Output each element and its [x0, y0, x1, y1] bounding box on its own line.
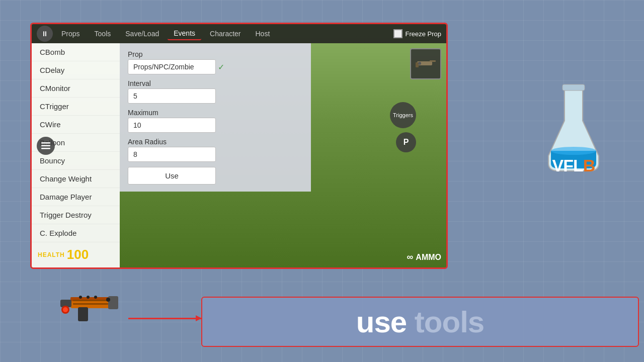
svg-point-18	[106, 298, 110, 302]
svg-point-19	[79, 296, 82, 299]
svg-rect-13	[108, 296, 118, 309]
subtitle-tools: tools	[415, 305, 484, 339]
sidebar-item-ctrigger[interactable]: CTrigger	[32, 98, 120, 116]
hud-menu-button[interactable]	[37, 137, 55, 155]
interval-input[interactable]	[128, 88, 216, 104]
interval-label: Interval	[128, 79, 303, 87]
weapon-icon	[50, 282, 131, 332]
maximum-section: Maximum	[128, 109, 303, 133]
game-viewport: ⏸ Props Tools Save/Load Events Character…	[30, 23, 448, 269]
prop-section: Prop ✓	[128, 50, 303, 74]
tab-props[interactable]: Props	[55, 28, 86, 40]
sidebar-item-cwire[interactable]: CWire	[32, 116, 120, 134]
infinity-icon: ∞	[407, 252, 414, 262]
interval-section: Interval	[128, 79, 303, 104]
subtitle-text: use tools	[356, 305, 484, 339]
svg-rect-17	[78, 307, 88, 321]
area-radius-section: Area Radius	[128, 138, 303, 162]
sidebar-item-cdelay[interactable]: CDelay	[32, 61, 120, 79]
use-button[interactable]: Use	[128, 167, 216, 185]
sidebar-item-trigger-destroy[interactable]: Trigger Destroy	[32, 206, 120, 224]
sidebar-item-cbomb[interactable]: CBomb	[32, 43, 120, 61]
health-value: 100	[67, 247, 89, 262]
svg-point-16	[63, 307, 68, 312]
svg-point-8	[551, 147, 596, 155]
subtitle-use: use	[356, 305, 407, 339]
left-panel: CBomb CDelay CMonitor CTrigger CWire Bal…	[32, 43, 120, 267]
ammo-label: AMMO	[416, 253, 441, 262]
tab-events[interactable]: Events	[168, 27, 201, 40]
svg-rect-4	[41, 142, 50, 144]
ammo-display: ∞ AMMO	[407, 252, 442, 262]
maximum-input[interactable]	[128, 118, 216, 133]
svg-rect-1	[430, 60, 436, 62]
svg-rect-7	[562, 84, 585, 90]
svg-rect-12	[73, 303, 108, 305]
subtitle-bar: use tools	[201, 297, 639, 347]
tab-tools[interactable]: Tools	[89, 28, 117, 40]
sidebar-item-change-weight[interactable]: Change Weight	[32, 170, 120, 188]
svg-rect-11	[73, 300, 108, 301]
hud-triggers-button[interactable]: Triggers	[390, 102, 416, 128]
tab-saveload[interactable]: Save/Load	[119, 28, 165, 40]
pause-button[interactable]: ⏸	[37, 26, 53, 42]
svg-rect-6	[41, 148, 50, 149]
menu-bar: ⏸ Props Tools Save/Load Events Character…	[32, 24, 446, 43]
maximum-label: Maximum	[128, 109, 303, 117]
sidebar-item-cmonitor[interactable]: CMonitor	[32, 79, 120, 98]
sidebar-item-damage-player[interactable]: Damage Player	[32, 188, 120, 206]
area-radius-label: Area Radius	[128, 138, 303, 146]
prop-config-panel: Prop ✓ Interval Maximum Area Radius Use	[120, 43, 311, 192]
health-display: HEALTH 100	[38, 247, 89, 262]
area-radius-input[interactable]	[128, 147, 216, 162]
sidebar-item-c-explode[interactable]: C. Explode	[32, 224, 120, 242]
prop-selector: ✓	[128, 59, 303, 74]
tab-host[interactable]: Host	[250, 28, 276, 40]
logo-v: V	[552, 156, 564, 175]
prop-label: Prop	[128, 50, 303, 58]
checkmark-icon: ✓	[218, 62, 224, 72]
logo-b: B	[583, 156, 595, 175]
freeze-prop-checkbox[interactable]	[393, 29, 403, 38]
hud-p-button[interactable]: P	[396, 132, 416, 152]
svg-rect-5	[41, 145, 50, 147]
svg-point-20	[87, 296, 90, 299]
weapon-icon-area	[50, 282, 131, 334]
logo-l: L	[573, 156, 583, 175]
svg-point-21	[94, 296, 97, 299]
arrow-line	[128, 318, 201, 319]
weapon-thumbnail	[410, 48, 441, 79]
prop-input[interactable]	[128, 59, 216, 74]
logo-area: V F L B	[543, 80, 604, 178]
freeze-prop-label: Freeze Prop	[405, 30, 441, 38]
tab-character[interactable]: Character	[204, 28, 247, 40]
health-label: HEALTH	[38, 251, 65, 258]
freeze-prop-area: Freeze Prop	[393, 29, 441, 38]
logo-f: F	[563, 156, 573, 175]
svg-point-3	[418, 62, 421, 65]
